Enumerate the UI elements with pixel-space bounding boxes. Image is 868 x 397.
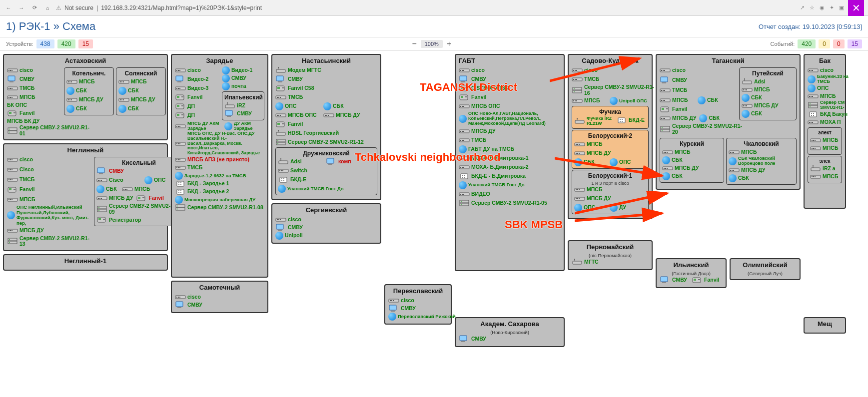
device-stats: Устройств: 438 420 15 [6,39,93,48]
ext-icon[interactable]: ✦ [830,4,834,11]
sub-kiselniy[interactable]: Кисельный СМВУ Cisco ОПС СБК МПСБ МПСБ Д… [94,157,184,226]
topology-canvas[interactable]: Астаховский cisco СМВУ ТМСБ МПСБ БК ОПС … [0,51,868,350]
sub-elek[interactable]: элек iRZ а МПСБ [808,156,842,183]
not-secure-icon: ⚠ [56,4,61,11]
not-secure-label: Not secure [64,4,93,11]
sync-icon[interactable]: ◉ [820,4,825,11]
browser-bar: ← → ⟳ ⌂ ⚠ Not secure | 192.168.3.29:4321… [0,0,868,16]
events-other: 15 [848,39,862,48]
region-neglinniy[interactable]: Неглинный cisco Cisco ТМСБ Fanvil МПСБ О… [3,143,168,251]
forward-icon[interactable]: → [17,3,26,12]
page-title: 1) РЭК-1 » Схема [6,20,95,33]
sub-kotelnich[interactable]: Котельнич. МПСБ СБК МПСБ ДУ СБК [64,67,114,115]
sub-fuchika[interactable]: Фучика Фучика iRZ RL21W БКД-Е [572,106,649,129]
region-pervomayskiy[interactable]: Первомайский (п/с Первомайская) МГТС [568,240,653,270]
region-akadem-sakharova[interactable]: Академ. Сахарова (Ново-Кировский) СМВУ [455,317,565,347]
zoom-control: − 100% + [412,39,451,48]
region-olimpiyskiy[interactable]: Олимпийский (Северный Луч) [730,258,801,280]
reload-icon[interactable]: ⟳ [30,3,39,12]
home-icon[interactable]: ⌂ [43,3,52,12]
report-timestamp: Отчет создан: 19.10.2023 [0:59:13] [759,23,862,30]
region-bak[interactable]: Бак cisco Бакунин.33 на ТМСБ ОПС МПСБ Се… [804,54,846,209]
switch-icon [7,66,18,74]
devices-err: 15 [78,39,93,48]
sub-belorusskiy-1[interactable]: Белорусский-1 1 и 3 порт в cisco МПСБ МП… [572,170,649,214]
devices-total: 438 [36,39,54,48]
globe-icon [66,87,74,95]
address-bar[interactable]: ⚠ Not secure | 192.168.3.29:4321/Map.htm… [56,4,796,11]
browser-actions: ↗ ☆ ◉ ✦ ▣ [800,4,844,11]
close-button[interactable]: ✕ [848,0,864,16]
region-taganskiy[interactable]: Таганский cisco СМВУ ТМСБ МПСБ СБК Fanvi… [656,54,801,190]
sub-elekt[interactable]: элект МПСБ МПСБ [808,127,842,155]
region-neglinniy-1[interactable]: Неглинный-1 [3,254,168,271]
event-stats: Событий: 420 0 0 15 [771,39,862,48]
events-err: 0 [833,39,845,48]
pc-icon [7,75,18,83]
phone-icon [7,109,18,117]
events-warn: 0 [819,39,830,48]
back-icon[interactable]: ← [4,3,13,12]
zoom-in-button[interactable]: + [447,39,451,48]
region-zaryadye[interactable]: Зарядье cisco Видео-2 Видео-3 Fanvil ДП … [171,54,268,278]
region-ilinskiy[interactable]: Ильинский (Гостинный Двор) СМВУ Fanvil [656,258,727,288]
sub-ipatevskiy[interactable]: Ипатьевский iRZ СМВУ [222,91,264,120]
url-text: 192.168.3.29:4321/Map.html?map=1)%20РЭК-… [101,4,262,11]
region-astakhovskiy[interactable]: Астаховский cisco СМВУ ТМСБ МПСБ БК ОПС … [3,54,168,140]
star-icon[interactable]: ☆ [810,4,815,11]
sub-solyanskiy[interactable]: Солянский МПСБ СБК МПСБ ДУ СБК [116,67,166,115]
region-mesch[interactable]: Мещ [804,317,846,334]
server-icon [7,127,18,135]
sub-chkalovskiy[interactable]: Чкаловский МПСБ СБК Чкаловский Воронцово… [726,138,797,185]
region-samotechniy[interactable]: Самотечный cisco СМВУ [171,281,268,313]
devices-ok: 420 [57,39,75,48]
tabs-icon[interactable]: ▣ [839,4,844,11]
region-pereyaslavskiy[interactable]: Переяславский cisco СМВУ Переяславский Р… [384,284,452,325]
sub-druzhnikovskiy[interactable]: Дружниковский Adsl комп Switch БКД-Е Ула… [275,147,377,195]
zoom-out-button[interactable]: − [412,39,416,48]
sub-kurskiy[interactable]: Курский МПСБ СБК МПСБ ДУ СБК [660,138,724,183]
share-icon[interactable]: ↗ [800,4,805,11]
region-gabt[interactable]: ГАБТ cisco СМВУ CISCO ATA186 Fanvil МПСБ… [455,54,565,271]
region-nastasinskiy[interactable]: Настасьинский Модем МГТС СМВУ Fanvil C58… [271,54,381,200]
zoom-level: 100% [421,40,443,48]
region-sadovo-kudrinsk[interactable]: Садово-Кудринск cisco ТМСБ Сервер СМВУ-2… [568,54,653,219]
sub-puteyskiy[interactable]: Путейский Adsl МПСБ СБК МПСБ ДУ СБК [739,67,797,120]
region-sergievskiy[interactable]: Сергиевский cisco СМВУ Unipoll [271,203,381,244]
sub-belorusskiy-2[interactable]: Белорусский-2 МПСБ МПСБ ДУ СБК ОПС [572,130,649,169]
events-ok: 420 [798,39,816,48]
